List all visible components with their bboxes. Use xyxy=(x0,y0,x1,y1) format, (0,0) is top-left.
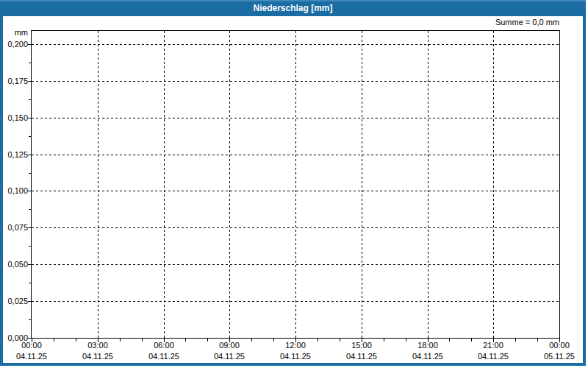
y-minor-tick xyxy=(29,99,31,100)
y-axis-unit-label: mm xyxy=(0,28,28,37)
x-minor-tick xyxy=(142,339,143,342)
x-minor-tick xyxy=(185,339,186,342)
y-minor-tick xyxy=(29,246,31,247)
x-tick-date-label: 04.11.25 xyxy=(340,352,384,361)
y-major-tick xyxy=(28,44,31,45)
y-major-tick xyxy=(28,227,31,228)
y-tick-label: 0,025 xyxy=(0,297,28,305)
y-major-tick xyxy=(28,81,31,82)
y-tick-label: 0,175 xyxy=(0,77,28,85)
x-tick-time-label: 15:00 xyxy=(340,341,384,350)
x-tick-date-label: 04.11.25 xyxy=(273,352,318,361)
x-tick-date-label: 04.11.25 xyxy=(142,352,186,361)
x-minor-tick xyxy=(537,339,538,342)
gridline-vertical xyxy=(493,31,494,338)
x-tick-time-label: 18:00 xyxy=(406,341,450,350)
y-minor-tick xyxy=(29,63,31,63)
gridline-vertical xyxy=(295,31,296,338)
x-minor-tick xyxy=(251,339,252,342)
x-tick-time-label: 09:00 xyxy=(207,341,251,350)
gridline-vertical xyxy=(362,31,362,338)
gridline-vertical xyxy=(164,31,165,338)
y-tick-label: 0,050 xyxy=(0,260,28,269)
x-minor-tick xyxy=(406,339,406,342)
gridline-vertical xyxy=(229,31,230,338)
x-minor-tick xyxy=(207,339,208,342)
plot-area xyxy=(31,30,560,339)
y-major-tick xyxy=(28,301,31,302)
y-minor-tick xyxy=(29,209,31,210)
y-minor-tick xyxy=(29,136,31,137)
y-minor-tick xyxy=(29,173,31,174)
x-tick-time-label: 00:00 xyxy=(10,341,54,350)
chart-title: Niederschlag [mm] xyxy=(253,3,332,13)
y-minor-tick xyxy=(29,283,31,283)
x-tick-time-label: 12:00 xyxy=(273,341,318,350)
y-minor-tick xyxy=(29,319,31,320)
gridline-vertical xyxy=(98,31,98,338)
x-minor-tick xyxy=(384,339,384,342)
x-tick-date-label: 04.11.25 xyxy=(207,352,251,361)
x-tick-date-label: 04.11.25 xyxy=(10,352,54,361)
x-minor-tick xyxy=(54,339,54,342)
gridline-vertical xyxy=(428,31,429,338)
y-tick-label: 0,075 xyxy=(0,223,28,232)
x-tick-time-label: 21:00 xyxy=(471,341,515,350)
x-minor-tick xyxy=(515,339,516,342)
y-major-tick xyxy=(28,118,31,118)
x-tick-time-label: 00:00 xyxy=(537,341,581,350)
sum-annotation: Summe = 0,0 mm xyxy=(31,18,559,27)
y-tick-label: 0,100 xyxy=(0,186,28,195)
x-tick-date-label: 04.11.25 xyxy=(406,352,450,361)
chart-title-bar: Niederschlag [mm] xyxy=(0,0,586,16)
y-tick-label: 0,150 xyxy=(0,113,28,122)
x-minor-tick xyxy=(120,339,121,342)
x-minor-tick xyxy=(471,339,472,342)
x-tick-date-label: 05.11.25 xyxy=(537,352,581,361)
x-tick-date-label: 04.11.25 xyxy=(471,352,515,361)
x-minor-tick xyxy=(76,339,76,342)
x-minor-tick xyxy=(340,339,340,342)
y-major-tick xyxy=(28,338,31,339)
y-tick-label: 0,200 xyxy=(0,40,28,49)
x-minor-tick xyxy=(318,339,318,342)
y-major-tick xyxy=(28,264,31,265)
x-tick-date-label: 04.11.25 xyxy=(76,352,120,361)
x-tick-time-label: 06:00 xyxy=(142,341,186,350)
x-minor-tick xyxy=(273,339,274,342)
x-minor-tick xyxy=(449,339,450,342)
y-tick-label: 0,125 xyxy=(0,150,28,159)
y-major-tick xyxy=(28,191,31,191)
y-major-tick xyxy=(28,155,31,155)
chart-window: Niederschlag [mm] Summe = 0,0 mm mm 0,00… xyxy=(0,0,588,368)
x-tick-time-label: 03:00 xyxy=(76,341,120,350)
